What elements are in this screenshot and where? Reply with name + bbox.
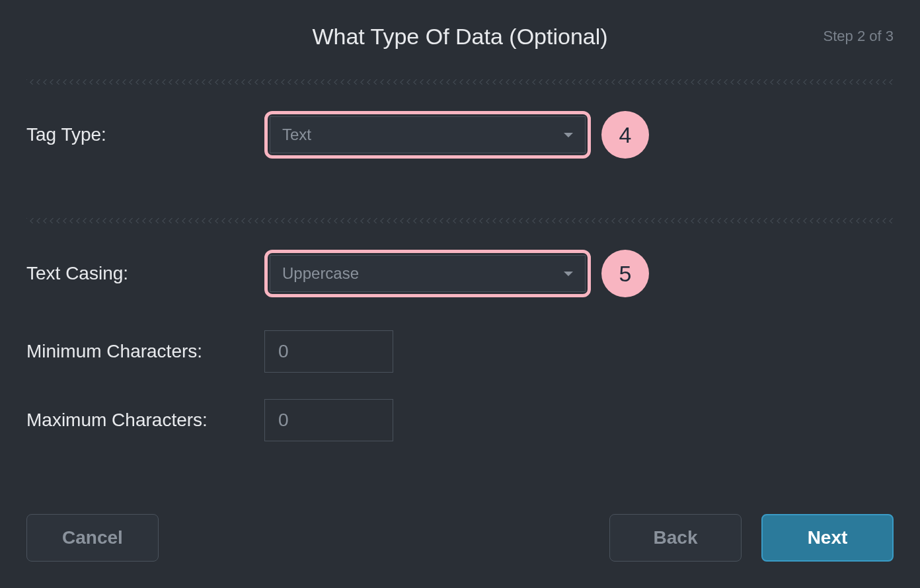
step-indicator: Step 2 of 3 bbox=[824, 28, 894, 45]
dialog-header: What Type Of Data (Optional) Step 2 of 3 bbox=[26, 0, 894, 73]
annotation-badge-4: 4 bbox=[601, 111, 649, 159]
min-chars-label: Minimum Characters: bbox=[26, 341, 264, 362]
back-button[interactable]: Back bbox=[609, 514, 742, 562]
dialog-title: What Type Of Data (Optional) bbox=[312, 24, 607, 50]
text-casing-label: Text Casing: bbox=[26, 263, 264, 284]
text-casing-select[interactable]: Uppercase bbox=[270, 255, 586, 292]
form-section-tag-type: Tag Type: Text 4 bbox=[26, 91, 894, 211]
next-button[interactable]: Next bbox=[761, 514, 894, 562]
dialog-footer: Cancel Back Next bbox=[26, 514, 894, 562]
annotation-highlight-4: Text bbox=[264, 111, 591, 159]
tag-type-label: Tag Type: bbox=[26, 124, 264, 145]
text-casing-value: Uppercase bbox=[282, 264, 359, 283]
min-chars-input[interactable] bbox=[264, 330, 393, 373]
footer-right: Back Next bbox=[609, 514, 894, 562]
tag-type-value: Text bbox=[282, 126, 311, 144]
divider bbox=[26, 218, 894, 223]
max-chars-input[interactable] bbox=[264, 399, 393, 441]
chevron-down-icon bbox=[564, 133, 573, 137]
cancel-button[interactable]: Cancel bbox=[26, 514, 159, 562]
chevron-down-icon bbox=[564, 272, 573, 276]
annotation-badge-5: 5 bbox=[601, 250, 649, 297]
max-chars-label: Maximum Characters: bbox=[26, 410, 264, 431]
annotation-highlight-5: Uppercase bbox=[264, 250, 591, 297]
tag-type-select[interactable]: Text bbox=[270, 116, 586, 153]
divider bbox=[26, 79, 894, 85]
form-section-details: Text Casing: Uppercase 5 Minimum Charact… bbox=[26, 230, 894, 488]
